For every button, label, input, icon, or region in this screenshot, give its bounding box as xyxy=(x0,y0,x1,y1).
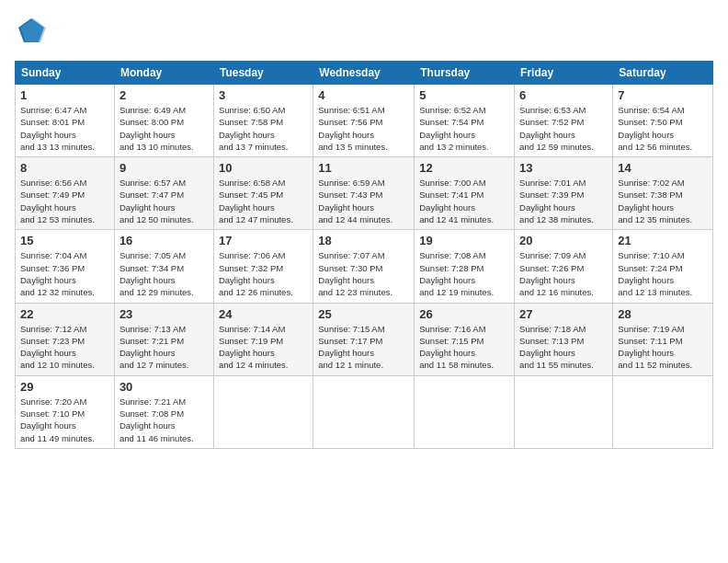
calendar-cell: 7 Sunrise: 6:54 AMSunset: 7:50 PMDayligh… xyxy=(613,85,713,157)
calendar-cell xyxy=(613,375,713,448)
day-number: 8 xyxy=(20,161,109,175)
calendar-cell: 6 Sunrise: 6:53 AMSunset: 7:52 PMDayligh… xyxy=(515,85,613,157)
calendar-cell: 11 Sunrise: 6:59 AMSunset: 7:43 PMDaylig… xyxy=(313,157,415,230)
day-info: Sunrise: 7:07 AMSunset: 7:30 PMDaylight … xyxy=(318,250,392,297)
day-info: Sunrise: 7:19 AMSunset: 7:11 PMDaylight … xyxy=(618,324,692,371)
page-header xyxy=(15,15,713,52)
day-number: 23 xyxy=(119,307,209,321)
day-number: 18 xyxy=(318,234,409,247)
day-number: 29 xyxy=(20,380,109,394)
weekday-header-wednesday: Wednesday xyxy=(313,62,415,85)
logo-icon xyxy=(15,15,48,48)
weekday-header-tuesday: Tuesday xyxy=(213,62,313,85)
day-info: Sunrise: 7:12 AMSunset: 7:23 PMDaylight … xyxy=(20,324,95,371)
day-info: Sunrise: 7:04 AMSunset: 7:36 PMDaylight … xyxy=(20,250,95,297)
day-number: 19 xyxy=(419,234,509,247)
day-number: 3 xyxy=(219,88,308,102)
calendar-cell: 3 Sunrise: 6:50 AMSunset: 7:58 PMDayligh… xyxy=(213,85,313,157)
day-number: 24 xyxy=(219,307,308,321)
calendar-cell: 4 Sunrise: 6:51 AMSunset: 7:56 PMDayligh… xyxy=(313,85,415,157)
calendar-cell: 24 Sunrise: 7:14 AMSunset: 7:19 PMDaylig… xyxy=(213,303,313,375)
day-number: 10 xyxy=(219,161,308,175)
day-info: Sunrise: 6:58 AMSunset: 7:45 PMDaylight … xyxy=(219,178,293,224)
calendar-cell: 26 Sunrise: 7:16 AMSunset: 7:15 PMDaylig… xyxy=(415,303,515,375)
weekday-header-friday: Friday xyxy=(515,62,613,85)
day-info: Sunrise: 6:47 AMSunset: 8:01 PMDaylight … xyxy=(20,105,95,152)
calendar-cell: 17 Sunrise: 7:06 AMSunset: 7:32 PMDaylig… xyxy=(213,230,313,303)
day-info: Sunrise: 6:54 AMSunset: 7:50 PMDaylight … xyxy=(618,105,692,152)
day-info: Sunrise: 7:06 AMSunset: 7:32 PMDaylight … xyxy=(219,250,293,297)
day-info: Sunrise: 6:53 AMSunset: 7:52 PMDaylight … xyxy=(519,105,594,152)
day-info: Sunrise: 7:01 AMSunset: 7:39 PMDaylight … xyxy=(519,178,594,224)
day-number: 22 xyxy=(20,307,109,321)
calendar-cell: 16 Sunrise: 7:05 AMSunset: 7:34 PMDaylig… xyxy=(114,230,213,303)
day-info: Sunrise: 6:52 AMSunset: 7:54 PMDaylight … xyxy=(419,105,489,152)
calendar-cell: 27 Sunrise: 7:18 AMSunset: 7:13 PMDaylig… xyxy=(515,303,613,375)
calendar-cell: 28 Sunrise: 7:19 AMSunset: 7:11 PMDaylig… xyxy=(613,303,713,375)
calendar-cell xyxy=(313,375,415,448)
calendar-cell: 5 Sunrise: 6:52 AMSunset: 7:54 PMDayligh… xyxy=(415,85,515,157)
day-number: 2 xyxy=(119,88,209,102)
day-number: 21 xyxy=(618,234,708,247)
weekday-header-thursday: Thursday xyxy=(415,62,515,85)
day-number: 1 xyxy=(20,88,109,102)
day-info: Sunrise: 7:02 AMSunset: 7:38 PMDaylight … xyxy=(618,178,692,224)
day-info: Sunrise: 6:50 AMSunset: 7:58 PMDaylight … xyxy=(219,105,289,152)
calendar-cell: 29 Sunrise: 7:20 AMSunset: 7:10 PMDaylig… xyxy=(16,375,115,448)
day-number: 15 xyxy=(20,234,109,247)
calendar-cell xyxy=(515,375,613,448)
calendar-cell: 14 Sunrise: 7:02 AMSunset: 7:38 PMDaylig… xyxy=(613,157,713,230)
day-info: Sunrise: 7:15 AMSunset: 7:17 PMDaylight … xyxy=(318,324,384,371)
day-number: 11 xyxy=(318,161,409,175)
calendar-cell: 2 Sunrise: 6:49 AMSunset: 8:00 PMDayligh… xyxy=(114,85,213,157)
day-number: 28 xyxy=(618,307,708,321)
day-info: Sunrise: 7:16 AMSunset: 7:15 PMDaylight … xyxy=(419,324,494,371)
day-info: Sunrise: 6:57 AMSunset: 7:47 PMDaylight … xyxy=(119,178,194,224)
calendar-cell: 22 Sunrise: 7:12 AMSunset: 7:23 PMDaylig… xyxy=(16,303,115,375)
day-number: 17 xyxy=(219,234,308,247)
day-info: Sunrise: 6:51 AMSunset: 7:56 PMDaylight … xyxy=(318,105,388,152)
calendar-cell: 21 Sunrise: 7:10 AMSunset: 7:24 PMDaylig… xyxy=(613,230,713,303)
day-info: Sunrise: 7:05 AMSunset: 7:34 PMDaylight … xyxy=(119,250,194,297)
day-info: Sunrise: 7:10 AMSunset: 7:24 PMDaylight … xyxy=(618,250,692,297)
day-number: 4 xyxy=(318,88,409,102)
day-info: Sunrise: 7:08 AMSunset: 7:28 PMDaylight … xyxy=(419,250,494,297)
calendar-cell: 1 Sunrise: 6:47 AMSunset: 8:01 PMDayligh… xyxy=(16,85,115,157)
calendar-cell: 18 Sunrise: 7:07 AMSunset: 7:30 PMDaylig… xyxy=(313,230,415,303)
calendar-cell: 10 Sunrise: 6:58 AMSunset: 7:45 PMDaylig… xyxy=(213,157,313,230)
calendar-cell: 20 Sunrise: 7:09 AMSunset: 7:26 PMDaylig… xyxy=(515,230,613,303)
calendar-cell xyxy=(213,375,313,448)
day-number: 16 xyxy=(119,234,209,247)
day-info: Sunrise: 7:00 AMSunset: 7:41 PMDaylight … xyxy=(419,178,494,224)
logo xyxy=(15,15,51,52)
day-info: Sunrise: 6:49 AMSunset: 8:00 PMDaylight … xyxy=(119,105,194,152)
day-number: 14 xyxy=(618,161,708,175)
day-number: 7 xyxy=(618,88,708,102)
day-info: Sunrise: 6:56 AMSunset: 7:49 PMDaylight … xyxy=(20,178,95,224)
weekday-header-saturday: Saturday xyxy=(613,62,713,85)
day-number: 20 xyxy=(519,234,608,247)
day-number: 12 xyxy=(419,161,509,175)
day-number: 25 xyxy=(318,307,409,321)
calendar-cell: 8 Sunrise: 6:56 AMSunset: 7:49 PMDayligh… xyxy=(16,157,115,230)
calendar-cell: 19 Sunrise: 7:08 AMSunset: 7:28 PMDaylig… xyxy=(415,230,515,303)
calendar-cell xyxy=(415,375,515,448)
day-info: Sunrise: 7:20 AMSunset: 7:10 PMDaylight … xyxy=(20,396,95,443)
day-number: 5 xyxy=(419,88,509,102)
day-info: Sunrise: 7:09 AMSunset: 7:26 PMDaylight … xyxy=(519,250,594,297)
day-info: Sunrise: 7:21 AMSunset: 7:08 PMDaylight … xyxy=(119,396,194,443)
calendar-cell: 12 Sunrise: 7:00 AMSunset: 7:41 PMDaylig… xyxy=(415,157,515,230)
day-number: 30 xyxy=(119,380,209,394)
day-info: Sunrise: 7:18 AMSunset: 7:13 PMDaylight … xyxy=(519,324,594,371)
day-number: 13 xyxy=(519,161,608,175)
day-info: Sunrise: 6:59 AMSunset: 7:43 PMDaylight … xyxy=(318,178,392,224)
day-number: 26 xyxy=(419,307,509,321)
day-number: 9 xyxy=(119,161,209,175)
calendar-cell: 25 Sunrise: 7:15 AMSunset: 7:17 PMDaylig… xyxy=(313,303,415,375)
calendar-cell: 9 Sunrise: 6:57 AMSunset: 7:47 PMDayligh… xyxy=(114,157,213,230)
weekday-header-monday: Monday xyxy=(114,62,213,85)
day-number: 27 xyxy=(519,307,608,321)
calendar-cell: 15 Sunrise: 7:04 AMSunset: 7:36 PMDaylig… xyxy=(16,230,115,303)
day-info: Sunrise: 7:14 AMSunset: 7:19 PMDaylight … xyxy=(219,324,289,371)
day-info: Sunrise: 7:13 AMSunset: 7:21 PMDaylight … xyxy=(119,324,189,371)
